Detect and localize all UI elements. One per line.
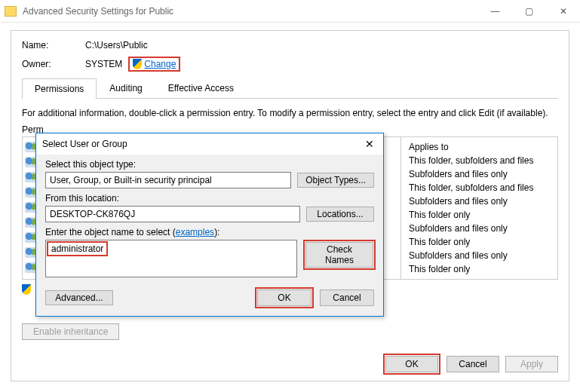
examples-link[interactable]: examples xyxy=(176,227,214,237)
dialog-cancel-button[interactable]: Cancel xyxy=(320,289,374,306)
change-owner-highlight: Change xyxy=(128,57,180,72)
dialog-close-button[interactable]: ✕ xyxy=(362,138,377,150)
name-label: Name: xyxy=(22,40,85,51)
object-types-button[interactable]: Object Types... xyxy=(297,173,374,188)
applies-to-row[interactable]: Subfolders and files only xyxy=(409,169,550,179)
ok-highlight: OK xyxy=(383,354,440,375)
main-footer: OK Cancel Apply xyxy=(383,354,558,375)
applies-to-row[interactable]: Subfolders and files only xyxy=(409,223,550,234)
owner-label: Owner: xyxy=(22,59,85,69)
change-owner-link[interactable]: Change xyxy=(144,59,176,69)
dialog-titlebar: Select User or Group ✕ xyxy=(36,133,383,155)
tabstrip: Permissions Auditing Effective Access xyxy=(22,78,558,99)
info-text: For additional information, double-click… xyxy=(22,108,558,118)
tab-permissions[interactable]: Permissions xyxy=(22,78,97,99)
titlebar: Advanced Security Settings for Public — … xyxy=(0,0,580,23)
window-title: Advanced Security Settings for Public xyxy=(23,6,478,17)
applies-to-row[interactable]: This folder only xyxy=(409,264,550,274)
close-button[interactable]: ✕ xyxy=(546,0,580,22)
select-user-dialog: Select User or Group ✕ Select this objec… xyxy=(35,133,384,317)
name-value: C:\Users\Public xyxy=(85,40,148,51)
dialog-title: Select User or Group xyxy=(42,139,362,149)
dialog-ok-button[interactable]: OK xyxy=(257,289,311,306)
minimize-button[interactable]: — xyxy=(478,0,512,22)
applies-to-column: Applies to This folder, subfolders and f… xyxy=(400,137,557,279)
tab-effective-access[interactable]: Effective Access xyxy=(155,78,247,98)
shield-icon xyxy=(133,59,142,69)
applies-to-row[interactable]: This folder, subfolders and files xyxy=(409,182,550,193)
apply-button[interactable]: Apply xyxy=(505,356,558,372)
maximize-button[interactable]: ▢ xyxy=(512,0,546,22)
dialog-ok-highlight: OK xyxy=(255,287,314,308)
object-type-field[interactable] xyxy=(45,172,291,188)
location-field[interactable] xyxy=(45,206,300,222)
shield-icon xyxy=(22,284,31,295)
object-type-label: Select this object type: xyxy=(45,159,374,170)
applies-to-row[interactable]: Subfolders and files only xyxy=(409,196,550,207)
check-names-highlight: Check Names xyxy=(303,240,376,270)
enable-inheritance-button[interactable]: Enable inheritance xyxy=(22,323,119,340)
applies-to-row[interactable]: This folder only xyxy=(409,237,550,247)
owner-value: SYSTEM xyxy=(85,59,122,69)
location-label: From this location: xyxy=(45,193,374,204)
applies-to-row[interactable]: Subfolders and files only xyxy=(409,250,550,261)
advanced-button[interactable]: Advanced... xyxy=(45,290,113,305)
folder-icon xyxy=(5,6,17,17)
object-name-label: Enter the object name to select (example… xyxy=(45,227,374,237)
tab-auditing[interactable]: Auditing xyxy=(97,78,155,98)
locations-button[interactable]: Locations... xyxy=(306,207,374,222)
cancel-button[interactable]: Cancel xyxy=(447,356,499,372)
check-names-button[interactable]: Check Names xyxy=(305,242,373,268)
ok-button[interactable]: OK xyxy=(385,356,438,372)
object-name-highlight: administrator xyxy=(47,241,108,256)
applies-to-header: Applies to xyxy=(409,142,550,152)
applies-to-row[interactable]: This folder only xyxy=(409,210,550,220)
applies-to-row[interactable]: This folder, subfolders and files xyxy=(409,155,550,166)
